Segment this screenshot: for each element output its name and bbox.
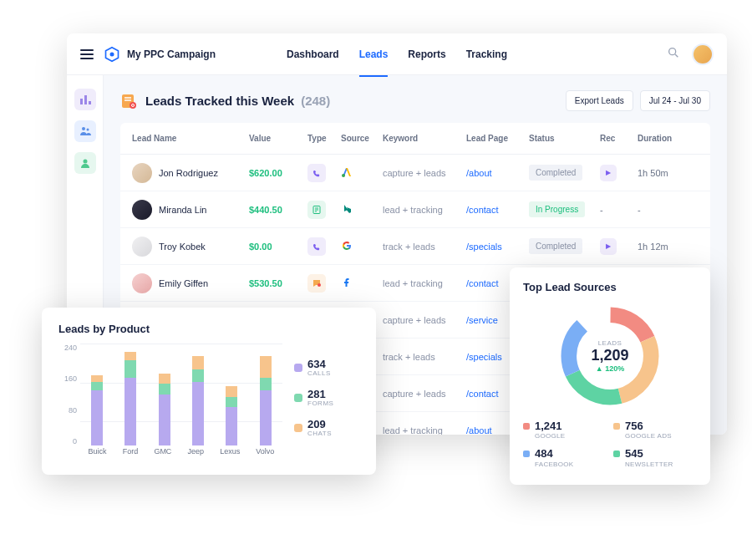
- bar-buick: [91, 375, 103, 445]
- keyword: capture + leads: [383, 168, 466, 178]
- page-count: (248): [301, 94, 330, 108]
- status: Completed: [529, 165, 600, 181]
- app-title: My PPC Campaign: [127, 48, 216, 60]
- status: Completed: [529, 238, 600, 254]
- nav-tab-tracking[interactable]: Tracking: [466, 43, 507, 65]
- keyword: lead + tracking: [383, 425, 466, 435]
- user-avatar[interactable]: [692, 43, 714, 65]
- column-header[interactable]: Source: [341, 134, 383, 143]
- svg-rect-4: [80, 99, 83, 104]
- chart-legend: 634CALLS281FORMS209CHATS: [294, 344, 359, 461]
- rec: -: [600, 205, 638, 215]
- column-header[interactable]: Rec: [600, 134, 638, 143]
- nav-tab-leads[interactable]: Leads: [359, 43, 389, 65]
- source-item: 484FACEBOOK: [523, 448, 607, 467]
- lead-value: $440.50: [249, 205, 307, 215]
- bar-ford: [124, 352, 136, 445]
- duration: 1h 12m: [638, 242, 696, 252]
- sidebar-item-team[interactable]: [74, 120, 96, 142]
- svg-marker-16: [346, 168, 351, 176]
- svg-point-13: [130, 102, 136, 109]
- rec: ▶: [600, 165, 638, 181]
- column-header[interactable]: Duration: [638, 134, 696, 143]
- bar-volvo: [260, 356, 272, 445]
- sidebar-item-user[interactable]: [74, 152, 96, 174]
- keyword: lead + tracking: [383, 205, 466, 215]
- keyword: capture + leads: [383, 315, 466, 325]
- lead-value: $0.00: [249, 242, 307, 252]
- donut-chart: LEADS 1,209 ▲ 120%: [556, 302, 664, 410]
- lead-name: Emily Giffen: [132, 273, 249, 293]
- sidebar-item-analytics[interactable]: [74, 89, 96, 110]
- source-icon: [341, 166, 383, 180]
- type-icon: [307, 201, 341, 219]
- date-range-button[interactable]: Jul 24 - Jul 30: [640, 90, 710, 111]
- menu-icon[interactable]: [80, 49, 94, 59]
- column-header[interactable]: Value: [249, 134, 307, 143]
- keyword: track + leads: [383, 352, 466, 362]
- svg-rect-6: [89, 101, 91, 104]
- svg-point-9: [83, 160, 87, 164]
- play-icon[interactable]: ▶: [600, 238, 617, 255]
- svg-line-3: [675, 54, 678, 57]
- lead-value: $530.50: [249, 278, 307, 288]
- table-header: Lead NameValueTypeSourceKeywordLead Page…: [120, 123, 710, 155]
- play-icon[interactable]: ▶: [600, 165, 617, 181]
- duration: 1h 50m: [638, 168, 696, 178]
- column-header[interactable]: Lead Name: [132, 134, 249, 143]
- leads-by-product-card: Leads by Product 240160800 BuickFordGMCJ…: [42, 308, 376, 475]
- sources-legend: 1,241GOOGLE756GOOGLE ADS484FACEBOOK545NE…: [523, 420, 697, 468]
- type-icon: [307, 274, 341, 293]
- lead-name: Jon Rodriguez: [132, 163, 249, 183]
- export-button[interactable]: Export Leads: [566, 90, 633, 111]
- svg-point-1: [110, 52, 114, 56]
- card-title: Top Lead Sources: [523, 281, 697, 293]
- legend-item: 634CALLS: [294, 359, 359, 377]
- lead-avatar: [132, 163, 152, 183]
- nav-tab-reports[interactable]: Reports: [408, 43, 445, 65]
- nav-tab-dashboard[interactable]: Dashboard: [287, 43, 339, 65]
- lead-page[interactable]: /about: [466, 168, 529, 178]
- lead-avatar: [132, 237, 152, 257]
- bar-jeep: [192, 356, 204, 445]
- source-item: 756GOOGLE ADS: [613, 420, 697, 440]
- type-icon: [307, 164, 341, 182]
- table-row[interactable]: Jon Rodriguez$620.00capture + leads/abou…: [120, 155, 710, 191]
- table-row[interactable]: Miranda Lin$440.50lead + tracking/contac…: [120, 191, 710, 228]
- lead-avatar: [132, 200, 152, 220]
- page-title: Leads Tracked this Week: [145, 94, 294, 108]
- keyword: track + leads: [383, 242, 466, 252]
- rec: ▶: [600, 238, 638, 255]
- status: In Progress: [529, 201, 600, 217]
- keyword: lead + tracking: [383, 278, 466, 288]
- donut-delta: ▲ 120%: [591, 364, 628, 373]
- leads-icon: [120, 93, 137, 109]
- table-row[interactable]: Troy Kobek$0.00track + leads/specialsCom…: [120, 228, 710, 265]
- svg-point-7: [82, 127, 85, 130]
- column-header[interactable]: Lead Page: [466, 134, 529, 143]
- column-header[interactable]: Keyword: [383, 134, 466, 143]
- bar-lexus: [226, 386, 237, 445]
- keyword: capture + leads: [383, 389, 466, 399]
- svg-point-22: [318, 283, 321, 287]
- search-icon[interactable]: [667, 46, 680, 63]
- duration: -: [638, 205, 696, 215]
- source-item: 1,241GOOGLE: [523, 420, 607, 440]
- svg-point-17: [342, 174, 345, 177]
- page-header: Leads Tracked this Week (248) Export Lea…: [120, 90, 710, 111]
- column-header[interactable]: Status: [529, 134, 600, 143]
- source-item: 545NEWSLETTER: [613, 448, 697, 467]
- legend-item: 209CHATS: [294, 419, 359, 437]
- lead-name: Miranda Lin: [132, 200, 249, 220]
- lead-page[interactable]: /contact: [466, 205, 529, 215]
- donut-value: 1,209: [591, 347, 628, 364]
- lead-name: Troy Kobek: [132, 237, 249, 257]
- source-icon: [341, 240, 383, 253]
- column-header[interactable]: Type: [307, 134, 341, 143]
- lead-page[interactable]: /specials: [466, 242, 529, 252]
- bar-chart: 240160800 BuickFordGMCJeepLexusVolvo: [58, 344, 282, 461]
- topbar: My PPC Campaign DashboardLeadsReportsTra…: [67, 33, 727, 75]
- source-icon: [341, 203, 383, 216]
- svg-rect-5: [84, 95, 87, 104]
- type-icon: [307, 237, 341, 256]
